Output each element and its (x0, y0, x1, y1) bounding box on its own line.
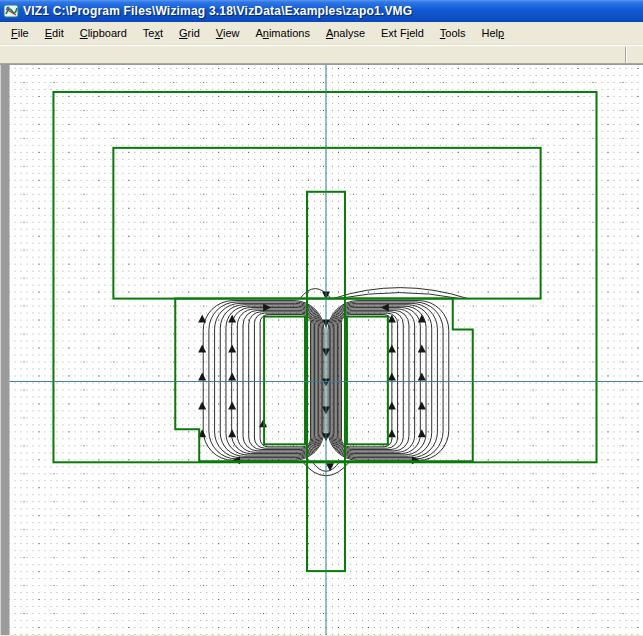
menu-item-file[interactable]: File (3, 22, 37, 44)
menu-item-tools[interactable]: Tools (432, 22, 474, 44)
toolbar-right-cell (625, 47, 643, 63)
menu-item-clipboard[interactable]: Clipboard (72, 22, 135, 44)
title-bar[interactable]: VIZ1 C:\Program Files\Wizimag 3.18\VizDa… (0, 0, 643, 22)
window-title: VIZ1 C:\Program Files\Wizimag 3.18\VizDa… (23, 4, 412, 18)
menu-item-edit[interactable]: Edit (37, 22, 72, 44)
app-icon (3, 3, 19, 19)
menu-item-help[interactable]: Help (474, 22, 513, 44)
canvas-left-margin (1, 65, 10, 635)
drawing-canvas[interactable] (0, 64, 643, 635)
menu-item-animations[interactable]: Animations (247, 22, 317, 44)
menu-item-grid[interactable]: Grid (171, 22, 208, 44)
menu-item-ext-field[interactable]: Ext Field (373, 22, 432, 44)
menu-item-text[interactable]: Text (135, 22, 171, 44)
app-window: VIZ1 C:\Program Files\Wizimag 3.18\VizDa… (0, 0, 643, 636)
menu-item-view[interactable]: View (208, 22, 248, 44)
menu-bar: FileEditClipboardTextGridViewAnimationsA… (0, 22, 643, 45)
menu-item-analyse[interactable]: Analyse (318, 22, 373, 44)
toolbar-strip (0, 45, 643, 64)
